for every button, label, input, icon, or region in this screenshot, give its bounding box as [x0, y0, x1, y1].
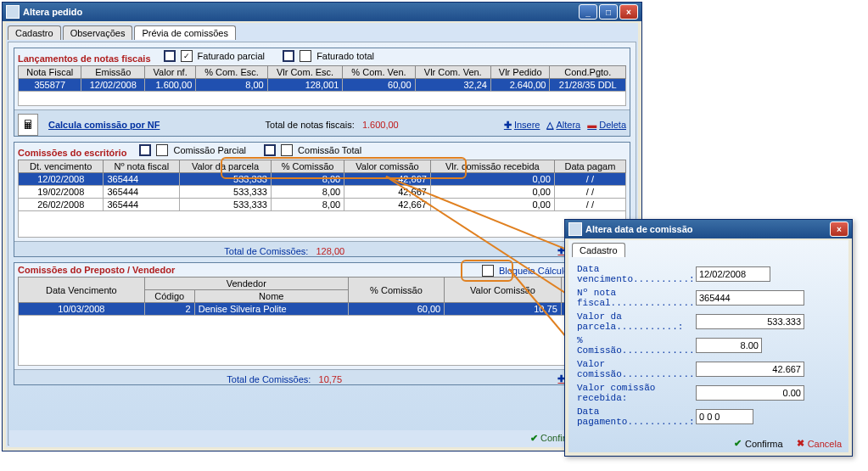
- esc-total-label: Comissão Total: [298, 145, 361, 155]
- x-icon: ✖: [797, 438, 804, 449]
- triangle-icon: △: [546, 120, 553, 131]
- dialog-tab-cadastro[interactable]: Cadastro: [572, 243, 625, 257]
- nf-h3[interactable]: % Com. Esc.: [196, 66, 267, 79]
- nf-total-label: Faturado total: [316, 51, 374, 61]
- esc-total-check[interactable]: [281, 144, 293, 156]
- nf-h6[interactable]: Vlr Com. Ven.: [415, 66, 490, 79]
- fld-nota[interactable]: [696, 290, 804, 306]
- dialog-altera-comissao: Altera data de comissão × Cadastro Data …: [564, 219, 853, 457]
- tab-cadastro[interactable]: Cadastro: [8, 25, 61, 40]
- esc-partial-check[interactable]: [156, 144, 168, 156]
- fld-pct-label: % Comissão.................:: [577, 335, 696, 356]
- check-icon: ✔: [734, 438, 742, 449]
- minimize-button[interactable]: _: [579, 4, 597, 20]
- fld-data-venc[interactable]: [696, 266, 770, 282]
- fld-pct[interactable]: [696, 338, 762, 353]
- prep-title: Comissões do Preposto / Vendedor: [18, 265, 175, 275]
- maximize-button[interactable]: □: [599, 4, 618, 20]
- esc-table: Dt. vencimento Nº nota fiscal Valor da p…: [18, 160, 626, 238]
- dialog-title: Altera data de comissão: [585, 224, 830, 234]
- section-notas-fiscais: Lançamentos de notas fiscais ✓ Faturado …: [14, 48, 630, 137]
- nf-h8[interactable]: Cond.Pgto.: [550, 66, 626, 79]
- fld-pag[interactable]: [696, 409, 753, 424]
- esc-total-toggle[interactable]: [264, 144, 276, 156]
- nf-h4[interactable]: Vlr Com. Esc.: [267, 66, 343, 79]
- nf-h2[interactable]: Valor nf.: [145, 66, 196, 79]
- app-icon: [568, 222, 582, 236]
- nf-row[interactable]: 355877 12/02/2008 1.600,00 8,00 128,001 …: [19, 79, 626, 92]
- fld-receb[interactable]: [696, 385, 804, 401]
- nf-table: Nota Fiscal Emissão Valor nf. % Com. Esc…: [18, 65, 626, 106]
- nf-footer: 🖩 Calcula comissão por NF Total de notas…: [14, 109, 630, 136]
- plus-icon: ✚: [504, 120, 512, 131]
- esc-partial-toggle[interactable]: [139, 144, 151, 156]
- nf-altera-button[interactable]: △ Altera: [546, 120, 580, 131]
- close-button[interactable]: ×: [619, 4, 638, 20]
- dialog-close-button[interactable]: ×: [830, 221, 848, 237]
- nf-partial-toggle[interactable]: [164, 50, 176, 62]
- fld-parcela-label: Valor da parcela...........:: [577, 311, 696, 332]
- fld-valor[interactable]: [696, 362, 804, 377]
- dialog-cancela-button[interactable]: ✖ Cancela: [797, 438, 842, 449]
- tabbar: Cadastro Observações Prévia de comissões: [6, 23, 638, 40]
- section-escritorio: Comissões do escritório Comissão Parcial…: [14, 142, 630, 257]
- prep-row[interactable]: 10/03/2008 2 Denise Silveira Polite 60,0…: [19, 303, 626, 316]
- dialog-content: Data vencimento..........: Nº nota fisca…: [572, 259, 845, 427]
- fld-receb-label: Valor comissão recebida:: [577, 383, 696, 403]
- minus-icon: ▬: [587, 120, 596, 130]
- fld-parcela[interactable]: [696, 314, 804, 329]
- nf-h7[interactable]: Vlr Pedido: [490, 66, 550, 79]
- dialog-buttons: ✔ Confirma ✖ Cancela: [734, 438, 842, 449]
- nf-title: Lançamentos de notas fiscais: [18, 53, 151, 64]
- nf-insere-button[interactable]: ✚ Insere: [504, 120, 540, 131]
- fld-pag-label: Data pagamento...........:: [577, 407, 696, 427]
- nf-h0[interactable]: Nota Fiscal: [19, 66, 81, 79]
- nf-total-check[interactable]: [300, 50, 311, 62]
- esc-row-2[interactable]: 26/02/2008 365444 533,333 8,00 42,667 0,…: [19, 199, 626, 211]
- main-body: Cadastro Observações Prévia de comissões…: [6, 23, 638, 447]
- calculator-icon: 🖩: [18, 114, 38, 136]
- dialog-titlebar: Altera data de comissão ×: [565, 220, 852, 238]
- esc-title: Comissões do escritório: [18, 148, 126, 158]
- main-status-bar: ✔ Confirma ✖ Cancela: [9, 430, 635, 446]
- fld-nota-label: Nº nota fiscal...............:: [577, 288, 696, 308]
- esc-footer: Total de Comissões: 128,00 ✚ Insere △ Al…: [14, 241, 630, 256]
- nf-deleta-button[interactable]: ▬ Deleta: [587, 120, 626, 130]
- content: Lançamentos de notas fiscais ✓ Faturado …: [8, 42, 636, 446]
- calc-comissao-button[interactable]: Calcula comissão por NF: [48, 120, 160, 130]
- prep-table: Data Vencimento Vendedor % Comissão Valo…: [18, 277, 626, 366]
- nf-total-toggle[interactable]: [283, 50, 294, 62]
- nf-h1[interactable]: Emissão: [81, 66, 145, 79]
- nf-h5[interactable]: % Com. Ven.: [343, 66, 415, 79]
- prep-block-check[interactable]: [482, 265, 494, 277]
- nf-partial-label: Faturado parcial: [198, 51, 266, 61]
- prep-footer: Total de Comissões: 10,75 ✚ Insere △ Alt…: [14, 369, 630, 384]
- tab-previa[interactable]: Prévia de comissões: [134, 25, 236, 40]
- esc-partial-label: Comissão Parcial: [173, 145, 246, 155]
- nf-partial-check[interactable]: ✓: [181, 50, 193, 62]
- main-title: Altera pedido: [23, 7, 579, 17]
- check-icon: ✔: [530, 433, 538, 443]
- fld-data-venc-label: Data vencimento..........:: [577, 264, 696, 284]
- esc-row-1[interactable]: 19/02/2008 365444 533,333 8,00 42,667 0,…: [19, 186, 626, 199]
- main-titlebar: Altera pedido _ □ ×: [3, 3, 641, 21]
- esc-row-0[interactable]: 12/02/2008 365444 533,333 8,00 42,667 0,…: [19, 173, 626, 186]
- app-icon: [6, 5, 20, 19]
- fld-valor-label: Valor comissão.............:: [577, 359, 696, 379]
- dialog-confirma-button[interactable]: ✔ Confirma: [734, 438, 783, 449]
- main-window: Altera pedido _ □ × Cadastro Observações…: [2, 2, 642, 451]
- section-preposto: Comissões do Preposto / Vendedor Bloquei…: [14, 262, 630, 385]
- tab-observacoes[interactable]: Observações: [63, 25, 133, 40]
